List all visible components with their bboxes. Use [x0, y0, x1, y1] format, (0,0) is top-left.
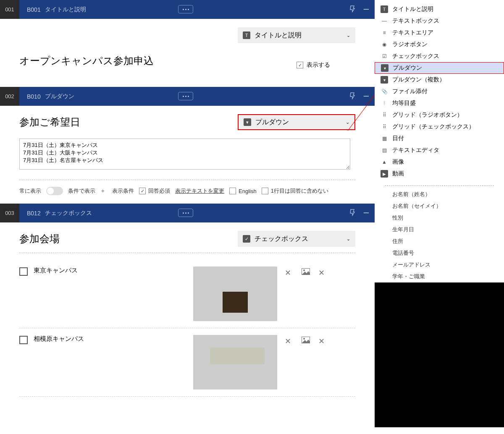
sidebar-preset-item[interactable]: 性別 — [375, 212, 504, 224]
always-show-label: 常に表示 — [19, 187, 41, 195]
cond-button-label[interactable]: 表示条件 — [112, 187, 134, 195]
pin-icon[interactable] — [349, 209, 356, 216]
collapse-button[interactable]: – — [364, 91, 369, 100]
sidebar-type-item[interactable]: ⠿グリッド（チェックボックス） — [375, 121, 504, 133]
condition-toggle[interactable] — [46, 187, 63, 195]
type-label: 画像 — [392, 158, 404, 166]
sidebar: Tタイトルと説明—テキストボックス≡テキストエリア◉ラジオボタン☑チェックボック… — [375, 0, 504, 434]
field-type-label: チェックボックス — [255, 235, 308, 243]
pin-icon[interactable] — [349, 5, 356, 13]
change-text-link[interactable]: 表示テキストを変更 — [175, 187, 224, 195]
type-label: テキストエディタ — [392, 146, 439, 154]
type-icon: ▶ — [381, 170, 388, 178]
type-icon: ⠿ — [381, 123, 388, 131]
delete-option-icon[interactable]: ✕ — [318, 268, 326, 276]
sidebar-preset-item[interactable]: メールアドレス — [375, 259, 504, 271]
type-icon: ▦ — [381, 135, 388, 142]
type-label: タイトルと説明 — [392, 5, 433, 13]
sidebar-type-item[interactable]: ☑チェックボックス — [375, 50, 504, 62]
block-number: 003 — [0, 204, 19, 222]
collapse-button[interactable]: – — [364, 208, 369, 217]
sidebar-preset-item[interactable]: お名前（姓名） — [375, 188, 504, 200]
block-menu-button[interactable] — [178, 92, 193, 100]
required-checkbox[interactable]: 回答必須 — [139, 187, 170, 195]
exclude-first-checkbox[interactable]: 1行目は回答に含めない — [262, 187, 328, 195]
type-label: 動画 — [392, 170, 404, 178]
divider — [19, 253, 355, 253]
sidebar-type-item[interactable]: ⠿グリッド（ラジオボタン） — [375, 109, 504, 121]
block-header-001[interactable]: 001 B001 タイトルと説明 – — [0, 0, 375, 19]
option-thumbnail[interactable] — [193, 267, 277, 321]
block-body-001: T タイトルと説明 ⌄ オープンキャンパス参加申込 ✓ 表示する — [0, 19, 375, 76]
collapse-button[interactable]: – — [364, 4, 369, 13]
sidebar-type-item[interactable]: 📎ファイル添付 — [375, 86, 504, 97]
sidebar-preset-item[interactable]: 住所 — [375, 235, 504, 247]
block-type-label: タイトルと説明 — [45, 6, 86, 13]
sidebar-preset-item[interactable]: 学年・ご職業 — [375, 271, 504, 282]
sidebar-type-item[interactable]: ▾プルダウン — [375, 62, 504, 74]
sidebar-type-item[interactable]: ◉ラジオボタン — [375, 39, 504, 50]
sidebar-type-item[interactable]: Tタイトルと説明 — [375, 3, 504, 15]
options-textarea[interactable] — [19, 139, 350, 170]
sidebar-type-item[interactable]: ≡テキストエリア — [375, 27, 504, 39]
checkbox-type-icon: ✓ — [243, 235, 250, 243]
sidebar-type-item[interactable]: ▦日付 — [375, 133, 504, 144]
chevron-down-icon: ⌄ — [346, 33, 350, 38]
block-body-003: 参加会場 ✓ チェックボックス ⌄ 東京キャンパス ✕ ✕ 相模原キャンパス ✕ — [0, 222, 375, 397]
type-label: プルダウン（複数） — [392, 76, 445, 84]
type-label: グリッド（ラジオボタン） — [392, 111, 463, 119]
sidebar-type-item[interactable]: —テキストボックス — [375, 15, 504, 27]
type-icon: ▾ — [381, 76, 388, 84]
section-title: 参加会場 — [19, 232, 238, 246]
option-checkbox[interactable] — [19, 336, 28, 344]
section-title: 参加ご希望日 — [19, 115, 238, 129]
field-type-selector[interactable]: T タイトルと説明 ⌄ — [238, 27, 355, 43]
option-label[interactable]: 相模原キャンパス — [34, 335, 193, 343]
sidebar-preset-item[interactable]: 生年月日 — [375, 224, 504, 235]
type-icon: 📎 — [381, 88, 388, 95]
type-icon: — — [381, 17, 388, 25]
sidebar-preset-item[interactable]: お名前（セイメイ） — [375, 200, 504, 212]
english-checkbox[interactable]: English — [229, 188, 257, 194]
pulldown-icon: ▾ — [244, 118, 251, 126]
checkbox-icon: ✓ — [297, 62, 303, 68]
block-menu-button[interactable] — [178, 5, 193, 13]
delete-option-icon[interactable]: ✕ — [318, 337, 326, 344]
block-code: B012 — [27, 210, 41, 217]
sidebar-type-item[interactable]: ▶動画 — [375, 168, 504, 180]
type-icon: ▤ — [381, 146, 388, 154]
sidebar-type-item[interactable]: ▤テキストエディタ — [375, 144, 504, 156]
svg-point-3 — [303, 338, 305, 340]
type-icon: ⠿ — [381, 111, 388, 119]
sidebar-preset-item[interactable]: 電話番号 — [375, 247, 504, 259]
type-label: 均等目盛 — [392, 99, 416, 107]
block-header-003[interactable]: 003 B012 チェックボックス – — [0, 204, 375, 222]
chevron-down-icon: ⌄ — [346, 236, 350, 242]
field-type-selector-pulldown[interactable]: ▾ プルダウン ⌄ — [238, 114, 355, 130]
remove-image-icon[interactable]: ✕ — [285, 268, 292, 276]
option-checkbox[interactable] — [19, 267, 28, 276]
option-label[interactable]: 東京キャンパス — [34, 267, 193, 275]
sidebar-type-item[interactable]: ▾プルダウン（複数） — [375, 74, 504, 86]
show-checkbox[interactable]: ✓ 表示する — [297, 61, 330, 69]
option-thumbnail[interactable] — [193, 335, 277, 390]
checkbox-icon — [229, 188, 236, 194]
image-icon[interactable] — [302, 268, 309, 276]
field-type-selector[interactable]: ✓ チェックボックス ⌄ — [238, 231, 355, 247]
block-header-002[interactable]: 002 B010 プルダウン – — [0, 87, 375, 106]
type-icon: ☑ — [381, 52, 388, 60]
pin-icon[interactable] — [349, 92, 356, 99]
type-label: プルダウン — [393, 64, 422, 72]
block-type-label: チェックボックス — [45, 209, 92, 217]
options-row: 常に表示 条件で表示 表示条件 回答必須 表示テキストを変更 English 1… — [19, 187, 355, 204]
block-menu-button[interactable] — [178, 209, 193, 217]
image-icon[interactable] — [302, 337, 309, 344]
sidebar-type-item[interactable]: ⦙均等目盛 — [375, 97, 504, 109]
sidebar-type-item[interactable]: ▲画像 — [375, 156, 504, 168]
sidebar-separator — [385, 186, 494, 186]
type-label: チェックボックス — [392, 52, 439, 60]
section-title: オープンキャンパス参加申込 — [19, 54, 297, 68]
remove-image-icon[interactable]: ✕ — [285, 337, 292, 344]
type-icon: T — [381, 5, 388, 13]
type-label: ファイル添付 — [392, 88, 428, 95]
